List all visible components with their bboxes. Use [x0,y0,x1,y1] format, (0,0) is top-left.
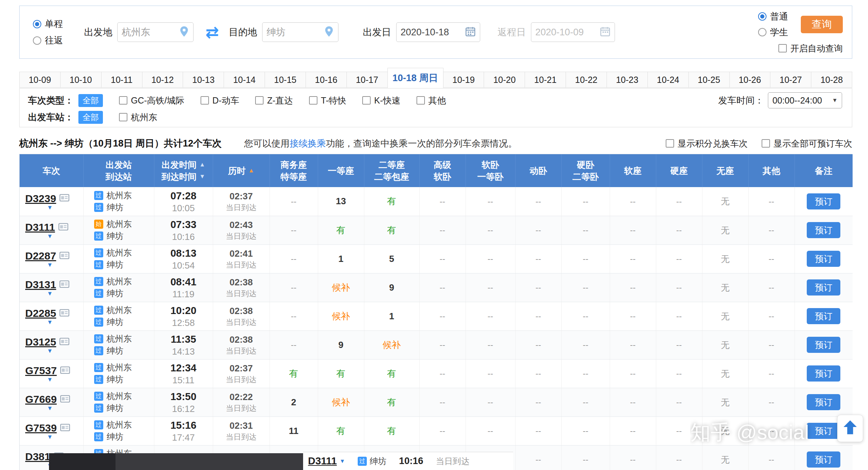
book-button[interactable]: 预订 [807,251,840,267]
radio-icon[interactable] [758,28,766,36]
expand-caret-icon[interactable]: ▼ [47,263,53,268]
book-button[interactable]: 预订 [807,308,840,324]
train-number-link[interactable]: D3239 [25,193,56,205]
train-number-link[interactable]: D2285 [25,307,56,319]
book-button[interactable]: 预订 [807,193,840,209]
radio-selected-icon[interactable] [33,20,41,28]
train-type-option[interactable]: 其他 [416,95,446,106]
radio-selected-icon[interactable] [758,12,766,21]
sort-asc-icon[interactable]: ▲ [248,165,254,177]
book-button[interactable]: 预订 [807,394,840,410]
depart-time-select[interactable]: 00:00--24:00 ▼ [768,92,842,108]
depart-date-input[interactable]: 2020-10-18 [396,22,480,42]
date-tab-10-27[interactable]: 10-27 [770,72,811,88]
return-date-value: 2020-10-09 [536,27,584,38]
swap-icon[interactable]: ⇄ [205,24,219,40]
date-tab-10-19[interactable]: 10-19 [443,72,484,88]
auto-query-checkbox[interactable]: 开启自动查询 [778,43,843,54]
seat-availability: 有 [387,368,396,379]
expand-caret-icon[interactable]: ▼ [47,291,53,296]
depart-station-option[interactable]: 杭州东 [119,112,157,123]
passenger-student-option[interactable]: 学生 [758,26,788,38]
expand-caret-icon[interactable]: ▼ [47,349,53,354]
scroll-to-top-button[interactable] [837,415,863,442]
date-tab-10-21[interactable]: 10-21 [525,72,566,88]
date-tab-10-11[interactable]: 10-11 [101,72,142,88]
train-type-option[interactable]: T-特快 [309,95,346,106]
book-button[interactable]: 预订 [807,423,840,439]
col-header-text: 硬座 [670,165,688,177]
date-tab-10-20[interactable]: 10-20 [484,72,525,88]
date-tab-10-24[interactable]: 10-24 [648,72,689,88]
trip-round-option[interactable]: 往返 [33,34,63,47]
train-type-option[interactable]: GC-高铁/城际 [119,95,184,106]
train-number-link[interactable]: D3111 [25,221,55,233]
sort-desc-icon[interactable]: ▼ [200,171,205,183]
train-number-link[interactable]: D3125 [25,336,56,348]
expand-caret-icon[interactable]: ▼ [47,234,53,239]
transfer-link[interactable]: 接续换乘 [289,138,326,149]
sort-asc-icon[interactable]: ▲ [200,159,205,171]
train-type-option[interactable]: D-动车 [201,95,239,106]
checkbox-icon[interactable] [416,96,425,105]
show-all-checkbox[interactable]: 显示全部可预订车次 [762,138,852,149]
checkbox-icon[interactable] [201,96,209,105]
checkbox-icon[interactable] [762,139,770,148]
date-tab-10-12[interactable]: 10-12 [142,72,183,88]
depart-station-all-badge[interactable]: 全部 [78,111,103,124]
date-tab-10-13[interactable]: 10-13 [183,72,224,88]
from-input[interactable]: 杭州东 [117,22,194,42]
date-tab-10-26[interactable]: 10-26 [729,72,771,88]
passenger-normal-option[interactable]: 普通 [758,10,788,23]
date-tab-10-25[interactable]: 10-25 [688,72,730,88]
train-number-link[interactable]: D3131 [25,279,56,291]
expand-caret-icon[interactable]: ▼ [47,406,53,411]
checkbox-icon[interactable] [778,44,787,52]
train-number-link[interactable]: G7669 [25,393,57,405]
seat-cell-swz: -- [270,187,318,216]
seat-availability: -- [536,197,541,206]
show-points-checkbox[interactable]: 显示积分兑换车次 [666,138,748,149]
train-number-link[interactable]: D2287 [25,250,56,262]
radio-icon[interactable] [33,36,41,45]
train-type-all-badge[interactable]: 全部 [78,94,103,107]
train-number-link[interactable]: G7537 [25,365,57,377]
date-tab-10-18-周日[interactable]: 10-18 周日 [387,68,443,88]
checkbox-icon[interactable] [119,113,127,121]
train-type-option[interactable]: K-快速 [362,95,400,106]
overlay-train-number[interactable]: D3111 [308,455,337,467]
to-input[interactable]: 绅坊 [262,22,338,42]
checkbox-icon[interactable] [119,96,127,105]
checkbox-icon[interactable] [255,96,264,105]
date-tab-10-23[interactable]: 10-23 [607,72,648,88]
book-button[interactable]: 预订 [807,365,840,382]
col-header-lishi[interactable]: 历时▲ [213,154,270,187]
expand-caret-icon[interactable]: ▼ [47,320,53,325]
seat-availability: 有 [387,225,396,235]
date-tab-10-09[interactable]: 10-09 [19,72,61,88]
expand-caret-icon[interactable]: ▼ [340,458,345,464]
date-tab-10-16[interactable]: 10-16 [306,72,347,88]
train-type-option[interactable]: Z-直达 [255,95,293,106]
date-tab-10-14[interactable]: 10-14 [224,72,265,88]
col-header-times[interactable]: 出发时间▲到达时间▼ [154,154,213,187]
book-button[interactable]: 预订 [807,279,840,295]
checkbox-icon[interactable] [309,96,317,105]
date-tab-10-28[interactable]: 10-28 [811,72,852,88]
checkbox-icon[interactable] [362,96,371,105]
expand-caret-icon[interactable]: ▼ [47,377,53,382]
date-tab-10-10[interactable]: 10-10 [60,72,102,88]
trip-one-way-option[interactable]: 单程 [33,18,63,30]
book-button[interactable]: 预订 [807,451,840,468]
date-tab-10-22[interactable]: 10-22 [566,72,607,88]
book-button[interactable]: 预订 [807,222,840,238]
search-button[interactable]: 查询 [801,16,843,33]
expand-caret-icon[interactable]: ▼ [47,205,53,210]
date-tab-10-17[interactable]: 10-17 [346,72,388,88]
expand-caret-icon[interactable]: ▼ [47,435,53,440]
date-tab-10-15[interactable]: 10-15 [265,72,306,88]
checkbox-icon[interactable] [666,139,674,148]
train-number-link[interactable]: G7539 [25,422,57,434]
book-button[interactable]: 预订 [807,337,840,353]
train-number-link[interactable]: D381 [25,451,50,463]
